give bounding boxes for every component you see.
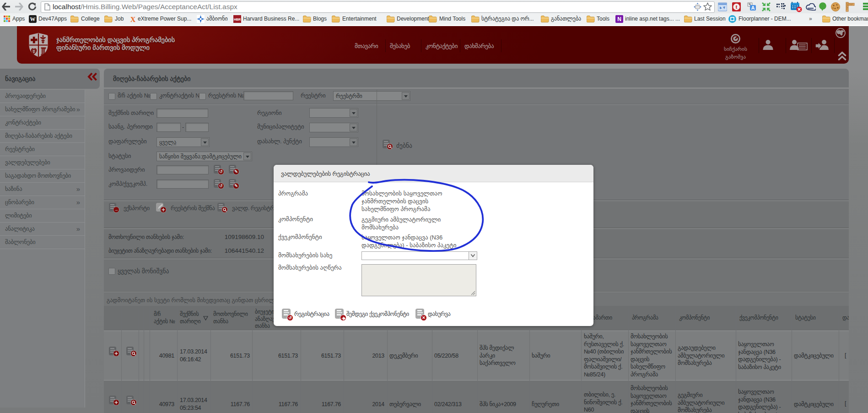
svg-text:N: N xyxy=(617,16,621,22)
svg-text:X: X xyxy=(130,16,136,23)
svg-text:A: A xyxy=(751,5,755,11)
svg-text:HBR: HBR xyxy=(234,18,241,21)
svg-text:W: W xyxy=(30,16,36,22)
svg-text:t: t xyxy=(736,4,738,10)
